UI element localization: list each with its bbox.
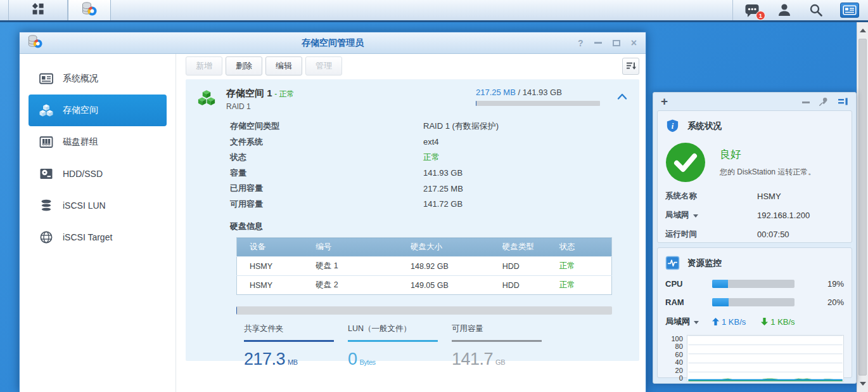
info-shield-icon: i [665, 119, 680, 133]
manage-button[interactable]: 管理 [305, 56, 342, 75]
col-size[interactable]: 硬盘大小 [398, 238, 490, 257]
delete-button[interactable]: 删除 [226, 56, 262, 75]
window-controls: ? × [578, 38, 646, 48]
close-button[interactable]: × [631, 38, 637, 48]
chevron-down-icon [860, 382, 866, 386]
uptime-value: 00:07:50 [757, 230, 789, 239]
widget-title: 资源监控 [687, 258, 722, 269]
user-icon [777, 3, 792, 18]
notification-badge: 1 [756, 11, 765, 20]
window-titlebar[interactable]: 存储空间管理员 ? × [20, 32, 646, 54]
volume-panel: 存储空间 1 - 正常 RAID 1 217.25 MB / 141.93 GB [186, 79, 639, 361]
detail-value: ext4 [423, 137, 439, 147]
total-capacity: 141.93 GB [523, 88, 562, 97]
maximize-button[interactable] [613, 40, 620, 46]
lan-traffic-chart: 10080 6040 200 [665, 335, 844, 382]
ram-bar [712, 298, 795, 306]
main-menu-button[interactable] [9, 0, 68, 20]
taskbar-storage-manager-button[interactable] [68, 0, 111, 20]
disk-row[interactable]: HSMY 硬盘 2 149.05 GB HDD 正常 [237, 276, 612, 295]
col-type[interactable]: 硬盘类型 [490, 238, 547, 257]
ram-percent: 20% [827, 297, 844, 307]
sort-button[interactable] [622, 58, 639, 75]
widget-panel: + i 系 [653, 92, 857, 384]
volume-usage-summary: 217.25 MB / 141.93 GB [476, 88, 600, 106]
download-arrow-icon [761, 318, 768, 325]
detail-label: 状态 [230, 152, 423, 163]
help-button[interactable]: ? [578, 39, 584, 48]
scrollbar-thumb[interactable] [858, 39, 867, 376]
desktop: 1 [0, 0, 868, 392]
main-menu-icon [31, 2, 45, 18]
upload-arrow-icon [712, 318, 719, 325]
taskbar-tray: 1 [732, 0, 868, 20]
sidebar-item-hdd-ssd[interactable]: HDD/SSD [29, 158, 167, 190]
chevron-up-icon [616, 93, 628, 100]
detail-label: 容量 [230, 167, 423, 179]
database-icon [39, 198, 54, 213]
sidebar-item-overview[interactable]: 系统概况 [29, 63, 167, 95]
storage-manager-icon [81, 1, 98, 20]
overview-icon [39, 71, 54, 86]
lan-traffic-label[interactable]: 局域网 [665, 316, 712, 327]
uptime-label: 运行时间 [665, 229, 757, 240]
sidebar-item-disk-group[interactable]: 磁盘群组 [29, 126, 167, 158]
download-speed: 1 KB/s [761, 317, 795, 327]
capacity-bar [476, 101, 600, 106]
window-title: 存储空间管理员 [20, 37, 646, 49]
stat-free: 可用容量 141.7GB [452, 323, 542, 369]
scroll-up-button[interactable] [857, 23, 868, 37]
sidebar-item-iscsi-lun[interactable]: iSCSI LUN [29, 190, 167, 221]
show-desktop-strip[interactable] [0, 0, 9, 20]
volume-details: 存储空间类型RAID 1 (有数据保护) 文件系统ext4 状态正常 容量141… [230, 119, 628, 212]
system-name-value: HSMY [757, 192, 781, 201]
pin-icon[interactable] [819, 96, 829, 107]
notifications-button[interactable]: 1 [744, 3, 760, 18]
used-capacity: 217.25 MB [476, 88, 516, 97]
search-button[interactable] [808, 3, 824, 18]
detail-label: 文件系统 [230, 136, 423, 148]
col-number[interactable]: 编号 [303, 238, 398, 257]
desktop-scrollbar[interactable] [857, 22, 868, 392]
health-ok-icon [665, 142, 706, 183]
disk-table: 设备 编号 硬盘大小 硬盘类型 状态 HSMY 硬盘 1 148 [236, 237, 612, 295]
sidebar-item-label: 存储空间 [63, 105, 98, 116]
stat-shared-folders: 共享文件夹 217.3MB [244, 323, 334, 369]
globe-icon [39, 230, 54, 245]
user-menu-button[interactable] [777, 3, 792, 18]
chart-y-axis: 10080 6040 200 [665, 335, 687, 382]
disk-row[interactable]: HSMY 硬盘 1 148.92 GB HDD 正常 [237, 257, 612, 276]
lan-label[interactable]: 局域网 [665, 210, 757, 221]
col-status[interactable]: 状态 [547, 238, 612, 257]
widgets-icon [843, 5, 857, 15]
col-device[interactable]: 设备 [237, 238, 303, 257]
sidebar-item-label: HDD/SSD [63, 169, 103, 179]
disk-table-header: 设备 编号 硬盘大小 硬盘类型 状态 [237, 238, 612, 257]
widget-panel-header: + [657, 93, 852, 110]
add-widget-button[interactable]: + [661, 95, 668, 108]
sidebar-item-label: 系统概况 [63, 73, 98, 84]
hdd-icon [39, 166, 54, 181]
edit-button[interactable]: 编辑 [265, 56, 302, 75]
collapse-widgets-button[interactable] [802, 101, 810, 103]
detail-value-status: 正常 [423, 152, 440, 163]
create-button[interactable]: 新增 [186, 56, 222, 75]
cpu-label: CPU [665, 279, 712, 289]
cubes-icon [39, 103, 54, 118]
usage-stats: 共享文件夹 217.3MB LUN（一般文件） 0Bytes 可用容量 [244, 323, 628, 369]
minimize-button[interactable] [594, 42, 602, 44]
sidebar-item-label: 磁盘群组 [63, 136, 98, 148]
volume-status: 正常 [279, 89, 294, 98]
sidebar-item-volume[interactable]: 存储空间 [29, 95, 167, 126]
disk-info-title: 硬盘信息 [230, 221, 628, 232]
sidebar-item-iscsi-target[interactable]: iSCSI Target [29, 221, 167, 253]
caret-down-icon [694, 321, 699, 324]
scroll-down-button[interactable] [857, 377, 868, 391]
system-name-label: 系统名称 [665, 191, 757, 202]
upload-speed: 1 KB/s [712, 317, 746, 327]
collapse-button[interactable] [616, 93, 628, 102]
sidebar: 系统概况 [20, 54, 176, 392]
widgets-toggle-button[interactable] [840, 3, 859, 18]
panel-layout-icon[interactable] [838, 96, 848, 107]
health-status: 良好 [720, 147, 815, 162]
